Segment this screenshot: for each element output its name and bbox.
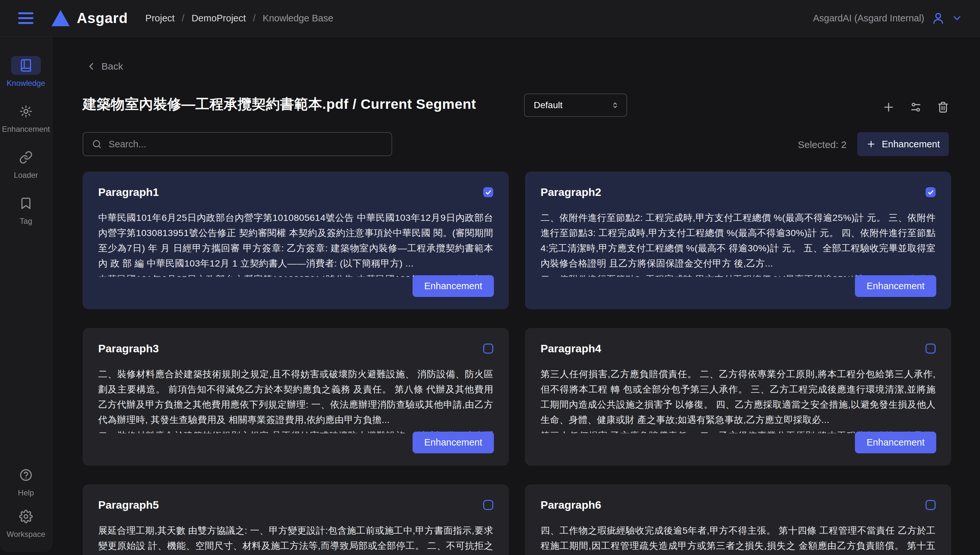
breadcrumb-separator: / <box>253 13 256 24</box>
bulk-enhancement-label: Enhancement <box>882 139 940 149</box>
account-area[interactable]: AsgardAI (Asgard Internal) <box>813 11 962 25</box>
gear-icon <box>19 510 33 523</box>
search-input[interactable] <box>109 139 383 149</box>
sidebar-item-tag[interactable]: Tag <box>0 194 52 226</box>
card-enhancement-button[interactable]: Enhancement <box>412 431 494 453</box>
sidebar-item-loader[interactable]: Loader <box>0 148 52 180</box>
logo-triangle-icon <box>51 10 70 26</box>
settings-sliders-icon[interactable] <box>910 101 922 113</box>
card-title: Paragraph1 <box>98 186 159 199</box>
breadcrumb-separator: / <box>182 13 184 24</box>
card-title: Paragraph5 <box>98 499 159 511</box>
menu-icon[interactable] <box>18 12 34 24</box>
trash-icon[interactable] <box>937 101 949 113</box>
check-icon <box>927 189 934 196</box>
paragraph-card: Paragraph5 展延合理工期,其天數 由雙方協議之: 一、甲方變更設計:包… <box>83 484 509 555</box>
chevron-down-icon[interactable] <box>952 13 962 23</box>
unfold-icon <box>611 101 619 109</box>
card-enhancement-button[interactable]: Enhancement <box>855 275 936 297</box>
enhancement-icon-tile <box>11 102 41 121</box>
add-segment-icon[interactable] <box>882 101 895 113</box>
brand-name: Asgard <box>77 10 128 26</box>
sidebar-item-label: Loader <box>14 171 38 180</box>
sidebar: Knowledge Enhancement Loader Tag Help Wo… <box>0 37 52 552</box>
loader-icon-tile <box>11 148 41 167</box>
sidebar-item-label: Enhancement <box>2 125 50 134</box>
breadcrumb-project[interactable]: Project <box>145 13 175 24</box>
sidebar-item-knowledge[interactable]: Knowledge <box>0 56 52 88</box>
paragraph-cards-grid: Paragraph1 中華民國101年6月25日內政部台內營字第10108056… <box>83 172 951 555</box>
card-enhancement-button[interactable]: Enhancement <box>412 275 494 297</box>
bulk-enhancement-button[interactable]: Enhancement <box>857 132 949 156</box>
card-title: Paragraph2 <box>541 186 601 199</box>
paragraph-card: Paragraph1 中華民國101年6月25日內政部台內營字第10108056… <box>83 172 509 309</box>
sidebar-item-label: Tag <box>20 217 32 226</box>
breadcrumb-knowledge-base: Knowledge Base <box>263 13 333 24</box>
card-checkbox[interactable] <box>483 187 493 197</box>
book-icon <box>19 59 33 72</box>
user-icon[interactable] <box>932 11 945 25</box>
card-checkbox[interactable] <box>925 187 936 197</box>
card-title: Paragraph4 <box>541 342 601 355</box>
back-label: Back <box>101 61 123 72</box>
check-icon <box>485 189 492 196</box>
back-button[interactable]: Back <box>87 61 123 72</box>
card-text: 中華民國101年6月25日內政部台內營字第1010805614號公告 中華民國1… <box>98 210 493 272</box>
link-icon <box>19 151 33 164</box>
card-text: 第三人任何損害,乙方應負賠償責任。 二、乙方得依專業分工原則,將本工程分包給第三… <box>541 367 936 428</box>
card-text: 四、工作物之瑕疵經驗收完成後逾5年者,甲方不得主張。 第十四條 工程管理不當責任… <box>541 523 936 555</box>
segment-select-value: Default <box>534 100 563 111</box>
help-circle-icon <box>19 468 33 482</box>
card-checkbox[interactable] <box>483 343 493 354</box>
card-checkbox[interactable] <box>925 343 936 354</box>
plus-icon <box>866 139 876 149</box>
topbar: Asgard Project / DemoProject / Knowledge… <box>0 0 980 37</box>
chevron-left-icon <box>87 61 96 71</box>
segment-select[interactable]: Default <box>524 93 627 117</box>
sidebar-item-label: Help <box>18 488 34 497</box>
breadcrumb: Project / DemoProject / Knowledge Base <box>145 13 333 24</box>
card-enhancement-button[interactable]: Enhancement <box>855 431 936 453</box>
search-icon <box>92 139 102 149</box>
card-checkbox[interactable] <box>925 500 936 510</box>
help-icon-tile <box>11 466 41 484</box>
paragraph-card: Paragraph2 二、依附件進行至節點2: 工程完成時,甲方支付工程總價 %… <box>525 172 951 309</box>
card-checkbox[interactable] <box>483 500 493 510</box>
brand: Asgard <box>51 10 128 26</box>
tag-icon-tile <box>11 194 41 213</box>
bookmark-icon <box>19 197 33 210</box>
knowledge-icon-tile <box>11 56 41 75</box>
account-name: AsgardAI (Asgard Internal) <box>813 13 924 24</box>
header-actions <box>882 101 949 113</box>
paragraph-card: Paragraph6 四、工作物之瑕疵經驗收完成後逾5年者,甲方不得主張。 第十… <box>525 484 951 555</box>
workspace-icon-tile <box>11 507 41 526</box>
paragraph-card: Paragraph3 二、裝修材料應合於建築技術規則之規定,且不得妨害或破壞防火… <box>83 328 509 466</box>
sidebar-item-label: Knowledge <box>7 79 45 88</box>
sidebar-item-workspace[interactable]: Workspace <box>0 507 52 539</box>
sidebar-item-help[interactable]: Help <box>0 466 52 497</box>
sidebar-item-enhancement[interactable]: Enhancement <box>0 102 52 134</box>
paragraph-card: Paragraph4 第三人任何損害,乙方應負賠償責任。 二、乙方得依專業分工原… <box>525 328 951 466</box>
search-box <box>83 132 392 156</box>
sun-icon <box>19 104 33 118</box>
card-title: Paragraph6 <box>541 499 601 511</box>
card-title: Paragraph3 <box>98 342 159 355</box>
selected-count-label: Selected: 2 <box>798 139 846 150</box>
page-title: 建築物室內裝修—工程承攬契約書範本.pdf / Current Segment <box>83 95 476 114</box>
sidebar-item-label: Workspace <box>6 530 45 539</box>
breadcrumb-demoproject[interactable]: DemoProject <box>191 13 246 24</box>
card-text: 展延合理工期,其天數 由雙方協議之: 一、甲方變更設計:包含施工前或施工中,甲方… <box>98 523 493 555</box>
card-text: 二、裝修材料應合於建築技術規則之規定,且不得妨害或破壞防火避難設施、 消防設備、… <box>98 367 493 428</box>
card-text: 二、依附件進行至節點2: 工程完成時,甲方支付工程總價 %(最高不得逾25%)計… <box>541 210 936 272</box>
